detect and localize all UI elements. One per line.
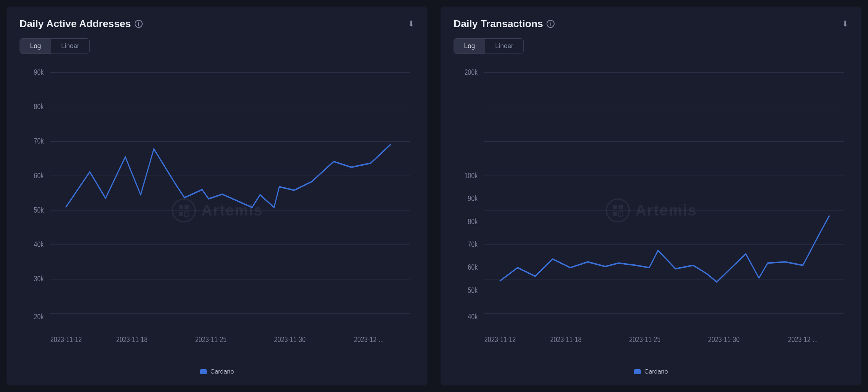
left-panel-header: Daily Active Addresses i ⬇	[20, 18, 414, 30]
right-download-icon[interactable]: ⬇	[842, 19, 848, 29]
svg-text:2023-11-18: 2023-11-18	[116, 335, 148, 344]
left-info-icon[interactable]: i	[135, 20, 143, 28]
right-chart-svg: 200k 100k 90k 80k 70k 60k 50k 40k 2023-1…	[454, 61, 848, 359]
svg-text:40k: 40k	[468, 312, 477, 321]
left-panel-title: Daily Active Addresses i	[20, 18, 143, 30]
right-panel-title: Daily Transactions i	[454, 18, 555, 30]
right-legend-color	[634, 369, 641, 374]
right-chart-area: 200k 100k 90k 80k 70k 60k 50k 40k 2023-1…	[454, 61, 848, 375]
left-linear-button[interactable]: Linear	[51, 39, 89, 54]
svg-text:50k: 50k	[468, 286, 477, 295]
svg-text:40k: 40k	[34, 240, 43, 249]
svg-text:2023-11-30: 2023-11-30	[274, 335, 306, 344]
svg-text:100k: 100k	[464, 171, 478, 180]
svg-text:90k: 90k	[468, 194, 477, 203]
svg-text:80k: 80k	[468, 217, 477, 226]
svg-text:2023-11-12: 2023-11-12	[484, 335, 516, 344]
left-panel: Daily Active Addresses i ⬇ Log Linear 90…	[7, 7, 427, 385]
svg-text:70k: 70k	[34, 136, 43, 145]
right-info-icon[interactable]: i	[547, 20, 555, 28]
svg-text:2023-11-25: 2023-11-25	[629, 335, 661, 344]
svg-text:2023-11-18: 2023-11-18	[550, 335, 582, 344]
svg-text:20k: 20k	[34, 312, 43, 321]
right-legend-label: Cardano	[644, 368, 668, 375]
svg-text:90k: 90k	[34, 68, 43, 77]
svg-text:2023-11-30: 2023-11-30	[708, 335, 740, 344]
right-panel: Daily Transactions i ⬇ Log Linear 200k 1…	[441, 7, 861, 385]
left-log-button[interactable]: Log	[20, 39, 51, 54]
svg-text:2023-12-...: 2023-12-...	[354, 335, 384, 344]
left-download-icon[interactable]: ⬇	[408, 19, 414, 29]
svg-text:30k: 30k	[34, 274, 43, 283]
left-chart-svg: 90k 80k 70k 60k 50k 40k 30k 20k 2023-11-…	[20, 61, 414, 359]
svg-text:2023-11-25: 2023-11-25	[195, 335, 227, 344]
svg-text:2023-12-...: 2023-12-...	[788, 335, 818, 344]
left-chart-svg-container: 90k 80k 70k 60k 50k 40k 30k 20k 2023-11-…	[20, 61, 414, 359]
svg-text:200k: 200k	[464, 68, 478, 77]
left-legend: Cardano	[20, 365, 414, 375]
svg-text:2023-11-12: 2023-11-12	[50, 335, 82, 344]
right-log-button[interactable]: Log	[454, 39, 485, 54]
right-legend: Cardano	[454, 365, 848, 375]
right-toggle-group: Log Linear	[454, 38, 524, 54]
right-linear-button[interactable]: Linear	[485, 39, 523, 54]
svg-text:70k: 70k	[468, 240, 477, 249]
svg-text:60k: 60k	[34, 171, 43, 180]
svg-text:80k: 80k	[34, 102, 43, 111]
left-legend-label: Cardano	[210, 368, 234, 375]
left-legend-color	[200, 369, 207, 374]
right-title-text: Daily Transactions	[454, 18, 543, 30]
left-toggle-group: Log Linear	[20, 38, 90, 54]
right-panel-header: Daily Transactions i ⬇	[454, 18, 848, 30]
right-chart-svg-container: 200k 100k 90k 80k 70k 60k 50k 40k 2023-1…	[454, 61, 848, 359]
svg-text:60k: 60k	[468, 263, 477, 272]
left-title-text: Daily Active Addresses	[20, 18, 131, 30]
left-chart-area: 90k 80k 70k 60k 50k 40k 30k 20k 2023-11-…	[20, 61, 414, 375]
svg-text:50k: 50k	[34, 205, 43, 214]
